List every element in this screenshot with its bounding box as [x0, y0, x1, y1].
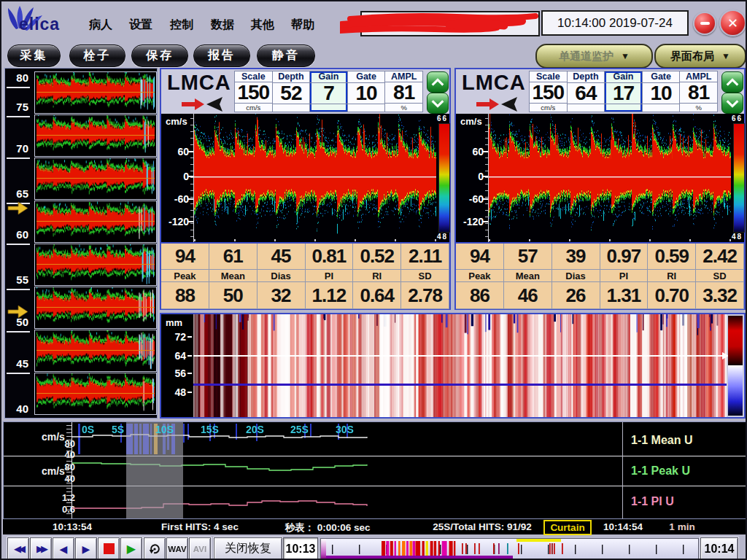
param-depth[interactable]: Depth 52	[273, 71, 311, 112]
layout-label: 界面布局	[670, 50, 714, 63]
mmode-ruler: mm 72 64 56 48	[161, 314, 193, 417]
avi-export-button[interactable]: AVI	[189, 537, 211, 560]
rewind-fast-button[interactable]: ◀◀	[7, 537, 29, 560]
minimize-button[interactable]	[693, 12, 716, 35]
param-scale[interactable]: Scale 150 cm/s	[530, 71, 568, 112]
chevron-down-icon: ▼	[621, 51, 630, 61]
pi-label: PI	[306, 270, 354, 282]
trend-label-peak: 1-1 Peak U	[631, 464, 690, 478]
wav-export-button[interactable]: WAV	[166, 537, 188, 560]
acquire-button[interactable]: 采集	[7, 44, 61, 67]
mmode-unit: mm	[166, 317, 182, 328]
param-gate[interactable]: Gate 10	[348, 71, 386, 112]
curtain-button[interactable]: Curtain	[543, 520, 592, 535]
param-up-button[interactable]	[427, 71, 449, 93]
step-forward-button[interactable]: ▶	[75, 537, 97, 560]
stop-record-button[interactable]	[98, 537, 120, 560]
colorbar-min: 48	[732, 233, 743, 241]
doppler-spectrum: cm/s 60 0 -60 -120 66 48	[161, 114, 449, 242]
close-restore-button[interactable]: 关闭恢复	[214, 537, 282, 560]
scale-ticks	[66, 425, 71, 454]
menu-patient[interactable]: 病人	[89, 18, 112, 33]
axis-tick	[482, 198, 488, 200]
emboli-button[interactable]: 栓子	[69, 44, 125, 67]
ruler-tick	[187, 373, 192, 374]
chevron-up-icon	[430, 77, 446, 88]
depth-label: 55	[5, 273, 28, 286]
status-bar: 10:13:54 First HITS: 4 sec 秒表： 0:00:06 s…	[3, 519, 747, 534]
param-up-button[interactable]	[721, 71, 743, 93]
time-marker: 30S	[336, 424, 354, 435]
close-button[interactable]: ✕	[719, 9, 746, 36]
time-marker: 25S	[290, 424, 309, 435]
spectrum-tick: 0	[161, 171, 189, 182]
depth-thumbnail[interactable]	[34, 158, 157, 200]
step-back-button[interactable]: ◀	[53, 537, 74, 560]
param-depth[interactable]: Depth 64	[568, 71, 605, 112]
forward-fast-button[interactable]: ▶▶	[30, 537, 52, 560]
colorbar-min: 48	[437, 233, 448, 241]
param-ampl[interactable]: AMPL 81 %	[680, 71, 717, 112]
peak-value-2: 88	[161, 282, 209, 309]
menu-control[interactable]: 控制	[170, 18, 193, 33]
param-gate[interactable]: Gate 10	[643, 71, 681, 112]
menu-other[interactable]: 其他	[251, 18, 274, 33]
depth-thumbnail[interactable]	[34, 71, 157, 114]
minimize-icon	[700, 22, 710, 25]
trend-label-mean: 1-1 Mean U	[631, 434, 692, 447]
loop-icon	[148, 542, 161, 556]
menu-help[interactable]: 帮助	[291, 18, 314, 33]
save-button[interactable]: 保存	[131, 44, 188, 67]
depth-label: 70	[5, 142, 28, 155]
trend-label-pi: 1-1 PI U	[631, 495, 674, 508]
loop-replay-button[interactable]	[144, 537, 166, 560]
depth-thumbnail[interactable]	[34, 373, 157, 415]
probe-direction-icon	[180, 96, 228, 112]
gate-marker-line-2	[193, 384, 727, 386]
spectrum-tick: 60	[456, 146, 484, 158]
peak-value: 94	[161, 244, 209, 270]
layout-dropdown[interactable]: 界面布局 ▼	[654, 44, 746, 69]
param-ampl[interactable]: AMPL 81 %	[385, 71, 422, 112]
ri-label: RI	[648, 270, 696, 282]
mean-value: 61	[209, 244, 258, 270]
depth-thumbnail[interactable]	[34, 287, 157, 329]
depth-thumbnail[interactable]	[34, 201, 157, 243]
color-scale-bar	[438, 123, 450, 233]
param-scale[interactable]: Scale 150 cm/s	[235, 71, 273, 112]
param-down-button[interactable]	[427, 93, 449, 114]
status-time-right: 10:14:54	[603, 521, 643, 532]
report-button[interactable]: 报告	[193, 44, 250, 67]
depth-thumbnail[interactable]	[34, 244, 157, 286]
pi-value-2: 1.31	[600, 282, 649, 309]
mean-label: Mean	[504, 270, 552, 282]
mmode-colorbar-negative	[728, 365, 743, 416]
depth-marker-arrow	[7, 305, 29, 319]
double-right-arrow-icon: ▶▶	[36, 544, 45, 553]
spectrum-display	[194, 114, 436, 242]
dias-value-2: 26	[552, 282, 600, 309]
depth-thumbnail[interactable]	[34, 114, 157, 157]
menu-data[interactable]: 数据	[211, 18, 234, 33]
param-gain[interactable]: Gain 17	[605, 71, 643, 112]
status-time-left: 10:13:54	[53, 521, 92, 532]
vessel-name: LMCA	[462, 71, 526, 95]
ri-value-2: 0.64	[353, 282, 401, 309]
param-gain[interactable]: Gain 7	[310, 71, 348, 112]
channel-header: LMCA Scale 150 cm/s Depth 52 Gain 7	[161, 69, 449, 114]
spectrum-unit: cm/s	[166, 116, 187, 127]
play-button[interactable]: ▶	[120, 537, 142, 560]
mute-button[interactable]: 静音	[257, 44, 315, 67]
depth-thumbnail[interactable]	[34, 330, 157, 372]
stop-icon	[104, 543, 115, 554]
patient-name-field[interactable]	[360, 11, 540, 36]
param-down-button[interactable]	[721, 93, 743, 114]
monitor-mode-dropdown[interactable]: 单通道监护 ▼	[535, 44, 653, 69]
timeline-end-time: 10:14	[700, 537, 738, 560]
menu-settings[interactable]: 设置	[129, 18, 152, 33]
recording-timeline[interactable]	[320, 538, 699, 560]
mmode-tick: 56	[161, 368, 186, 379]
time-marker: 15S	[201, 424, 219, 435]
spectrum-tick: 60	[161, 146, 189, 158]
status-total-hits: 25S/Total HITS: 91/92	[433, 521, 532, 532]
